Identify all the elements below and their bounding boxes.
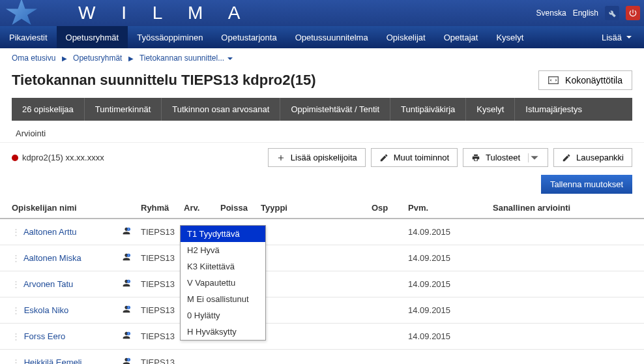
person-info-icon[interactable]: i bbox=[121, 330, 133, 342]
cell-osp[interactable] bbox=[368, 350, 404, 365]
subtab-arvosanat[interactable]: Tutkinnon osan arvosanat bbox=[162, 98, 280, 121]
breadcrumb-current[interactable]: Tietokannan suunnittel... bbox=[139, 53, 224, 63]
print-label: Tulosteet bbox=[486, 153, 520, 162]
cell-tyyppi[interactable] bbox=[257, 350, 368, 365]
cell-pvm: 14.09.2015 bbox=[404, 324, 489, 350]
student-name-link[interactable]: Arvonen Tatu bbox=[23, 279, 73, 289]
svg-text:i: i bbox=[128, 228, 129, 231]
grade-option-k3[interactable]: K3 Kiitettävä bbox=[181, 258, 265, 275]
grade-option-h2[interactable]: H2 Hyvä bbox=[181, 242, 265, 258]
subtab-students[interactable]: 26 opiskelijaa bbox=[12, 98, 85, 121]
student-name-link[interactable]: Forss Eero bbox=[24, 331, 66, 341]
settings-button[interactable] bbox=[605, 6, 619, 20]
drag-handle-icon[interactable]: ⋮ bbox=[12, 227, 22, 237]
main-nav: Pikaviestit Opetusryhmät Työssäoppiminen… bbox=[0, 26, 644, 48]
lang-english[interactable]: English bbox=[573, 8, 598, 18]
fullscreen-button[interactable]: Kokonäyttötila bbox=[538, 70, 632, 90]
cell-poissa[interactable] bbox=[216, 350, 257, 365]
breadcrumb-sep: ▶ bbox=[124, 55, 138, 62]
nav-more[interactable]: Lisää bbox=[590, 26, 644, 48]
grade-option-0[interactable]: 0 Hylätty bbox=[181, 307, 265, 324]
cell-tyyppi[interactable] bbox=[257, 297, 368, 324]
cell-osp[interactable] bbox=[368, 324, 404, 350]
drag-handle-icon[interactable]: ⋮ bbox=[12, 305, 22, 315]
cell-group: TIEPS13 bbox=[137, 350, 180, 365]
grade-dropdown[interactable]: T1 Tyydyttävä H2 Hyvä K3 Kiitettävä V Va… bbox=[180, 225, 266, 341]
student-name-link[interactable]: Heikkilä Eemeli bbox=[24, 357, 82, 364]
drag-handle-icon[interactable]: ⋮ bbox=[12, 253, 22, 263]
person-info-icon[interactable]: i bbox=[121, 252, 133, 264]
cell-verbal[interactable] bbox=[489, 245, 644, 271]
nav-opettajat[interactable]: Opettajat bbox=[435, 26, 488, 48]
student-name-link[interactable]: Aaltonen Miska bbox=[23, 253, 81, 263]
col-group[interactable]: Ryhmä bbox=[137, 198, 180, 219]
subtab-tuntimerkinnat[interactable]: Tuntimerkinnät bbox=[85, 98, 162, 121]
cell-verbal[interactable] bbox=[489, 324, 644, 350]
cell-tyyppi[interactable] bbox=[257, 245, 368, 271]
breadcrumb-groups[interactable]: Opetusryhmät bbox=[73, 53, 122, 63]
drag-handle-icon[interactable]: ⋮ bbox=[12, 279, 22, 289]
fullscreen-label: Kokonäyttötila bbox=[565, 75, 622, 85]
chevron-down-icon bbox=[626, 34, 632, 40]
nav-opetussuunnitelma[interactable]: Opetussuunnitelma bbox=[286, 26, 377, 48]
cell-verbal[interactable] bbox=[489, 219, 644, 245]
logout-button[interactable] bbox=[626, 6, 640, 20]
cell-verbal[interactable] bbox=[489, 350, 644, 365]
grade-option-h[interactable]: H Hyväksytty bbox=[181, 324, 265, 340]
col-tyyppi[interactable]: Tyyppi bbox=[257, 198, 368, 219]
cell-tyyppi[interactable] bbox=[257, 324, 368, 350]
nav-tyossaoppiminen[interactable]: Työssäoppiminen bbox=[128, 26, 212, 48]
person-info-icon[interactable]: i bbox=[121, 356, 133, 364]
grade-option-m[interactable]: M Ei osallistunut bbox=[181, 291, 265, 307]
save-button[interactable]: Tallenna muutokset bbox=[541, 175, 632, 194]
student-name-link[interactable]: Aaltonen Arttu bbox=[23, 227, 77, 237]
subtab-paivakirja[interactable]: Tuntipäiväkirja bbox=[390, 98, 466, 121]
breadcrumb-dropdown[interactable] bbox=[227, 53, 233, 63]
col-pvm[interactable]: Pvm. bbox=[404, 198, 489, 219]
col-osp[interactable]: Osp bbox=[368, 198, 404, 219]
add-students-button[interactable]: Lisää opiskelijoita bbox=[268, 148, 366, 167]
col-poissa[interactable]: Poissa bbox=[216, 198, 257, 219]
cell-osp[interactable] bbox=[368, 245, 404, 271]
breadcrumb-home[interactable]: Oma etusivu bbox=[12, 53, 55, 63]
col-verbal[interactable]: Sanallinen arviointi bbox=[489, 198, 644, 219]
sub-breadcrumb[interactable]: Arviointi bbox=[0, 121, 644, 142]
cell-osp[interactable] bbox=[368, 219, 404, 245]
col-icon bbox=[117, 198, 137, 219]
col-arv[interactable]: Arv. bbox=[180, 198, 216, 219]
grade-option-v[interactable]: V Vapautettu bbox=[181, 275, 265, 291]
drag-handle-icon[interactable]: ⋮ bbox=[12, 331, 22, 341]
lang-svenska[interactable]: Svenska bbox=[536, 8, 566, 18]
nav-opetusryhmat[interactable]: Opetusryhmät bbox=[57, 26, 128, 48]
other-actions-button[interactable]: Muut toiminnot bbox=[371, 148, 458, 167]
student-name-link[interactable]: Eskola Niko bbox=[24, 305, 69, 315]
cell-pvm bbox=[404, 350, 489, 365]
nav-opiskelijat[interactable]: Opiskelijat bbox=[377, 26, 435, 48]
cell-verbal[interactable] bbox=[489, 271, 644, 297]
person-info-icon[interactable]: i bbox=[121, 278, 133, 290]
cell-arv[interactable] bbox=[180, 350, 216, 365]
phrase-bank-label: Lausepankki bbox=[576, 153, 624, 162]
cell-group: TIEPS13 bbox=[137, 245, 180, 271]
col-name[interactable]: Opiskelijan nimi bbox=[0, 198, 117, 219]
phrase-bank-button[interactable]: Lausepankki bbox=[553, 148, 632, 167]
cell-pvm: 14.09.2015 bbox=[404, 297, 489, 324]
subtab-tentit[interactable]: Oppimistehtävät / Tentit bbox=[280, 98, 390, 121]
cell-osp[interactable] bbox=[368, 271, 404, 297]
subtab-istumajarjestys[interactable]: Istumajärjestys bbox=[515, 98, 593, 121]
star-icon bbox=[5, 0, 38, 27]
cell-tyyppi[interactable] bbox=[257, 219, 368, 245]
person-info-icon[interactable]: i bbox=[121, 226, 133, 238]
cell-verbal[interactable] bbox=[489, 297, 644, 324]
subtab-kyselyt[interactable]: Kyselyt bbox=[466, 98, 515, 121]
nav-opetustarjonta[interactable]: Opetustarjonta bbox=[212, 26, 285, 48]
person-info-icon[interactable]: i bbox=[121, 304, 133, 316]
print-dropdown-caret[interactable] bbox=[528, 153, 540, 162]
cell-osp[interactable] bbox=[368, 297, 404, 324]
grade-option-t1[interactable]: T1 Tyydyttävä bbox=[181, 226, 265, 242]
drag-handle-icon[interactable]: ⋮ bbox=[12, 357, 22, 364]
cell-tyyppi[interactable] bbox=[257, 271, 368, 297]
nav-kyselyt[interactable]: Kyselyt bbox=[487, 26, 533, 48]
print-button[interactable]: Tulosteet bbox=[463, 148, 548, 167]
nav-pikaviestit[interactable]: Pikaviestit bbox=[0, 26, 57, 48]
